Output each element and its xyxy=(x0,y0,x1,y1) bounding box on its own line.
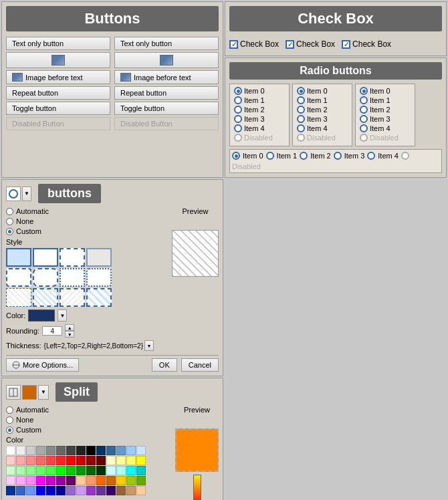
style-btn-hatch-b[interactable] xyxy=(33,288,58,307)
color-cell[interactable] xyxy=(6,476,15,485)
color-cell[interactable] xyxy=(26,446,35,455)
split-icon-button[interactable] xyxy=(6,385,21,400)
radio-btn-g1-3[interactable] xyxy=(234,115,242,123)
buttons2-icon-button[interactable] xyxy=(6,186,21,201)
color-cell[interactable] xyxy=(116,456,126,465)
radio-btn-g1-0[interactable] xyxy=(234,87,242,95)
color-cell[interactable] xyxy=(136,446,146,455)
radio-h-4[interactable] xyxy=(367,152,375,160)
split-color-swatch[interactable] xyxy=(22,385,37,400)
radio-h-2[interactable] xyxy=(300,152,308,160)
color-cell[interactable] xyxy=(76,486,86,495)
color-cell[interactable] xyxy=(76,456,86,465)
color-orange[interactable] xyxy=(96,476,106,485)
toggle-button-1[interactable]: Toggle button xyxy=(6,102,110,115)
radio-h-0[interactable] xyxy=(232,152,240,160)
color-cyan[interactable] xyxy=(126,466,136,475)
color-cell[interactable] xyxy=(66,466,76,475)
radio-btn-g2-1[interactable] xyxy=(297,96,305,104)
checkbox-2[interactable] xyxy=(286,40,294,49)
color-cell[interactable] xyxy=(46,466,55,475)
color-cell[interactable] xyxy=(116,486,126,495)
btn2-auto-option[interactable]: Automatic xyxy=(6,207,168,215)
color-cell[interactable] xyxy=(16,476,25,485)
thickness-dropdown-btn[interactable]: ▼ xyxy=(144,340,154,351)
checkbox-3[interactable] xyxy=(342,40,350,49)
split-none-radio[interactable] xyxy=(6,416,13,424)
color-cell[interactable] xyxy=(106,486,116,495)
checkbox-item-1[interactable]: Check Box xyxy=(229,39,279,49)
checkbox-item-2[interactable]: Check Box xyxy=(286,39,335,49)
radio-btn-g2-0[interactable] xyxy=(297,87,305,95)
color-cell[interactable] xyxy=(86,456,96,465)
color-white[interactable] xyxy=(6,446,15,455)
image-before-text-1[interactable]: Image before text xyxy=(6,70,110,84)
color-cell[interactable] xyxy=(56,486,66,495)
radio-item-g3-4[interactable]: Item 4 xyxy=(360,124,411,132)
toggle-button-2[interactable]: Toggle button xyxy=(114,102,219,115)
style-btn-dashed-rr[interactable] xyxy=(33,268,58,287)
color-cell[interactable] xyxy=(116,476,126,485)
radio-item-g1-2[interactable]: Item 2 xyxy=(234,106,285,114)
color-cell[interactable] xyxy=(36,446,45,455)
repeat-button-2[interactable]: Repeat button xyxy=(114,86,219,100)
color-cell[interactable] xyxy=(126,476,136,485)
color-cell[interactable] xyxy=(96,486,106,495)
color-cell[interactable] xyxy=(126,486,136,495)
split-custom-option[interactable]: Custom xyxy=(6,426,171,434)
split-auto-option[interactable]: Automatic xyxy=(6,406,171,414)
color-cell[interactable] xyxy=(26,466,35,475)
btn2-none-option[interactable]: None xyxy=(6,217,168,225)
color-yellow[interactable] xyxy=(136,456,146,465)
radio-btn-g2-3[interactable] xyxy=(297,115,305,123)
color-cell[interactable] xyxy=(26,456,35,465)
radio-item-g3-1[interactable]: Item 1 xyxy=(360,96,411,104)
rounding-up-btn[interactable]: ▲ xyxy=(65,324,74,331)
style-btn-outline[interactable] xyxy=(33,248,58,267)
rounding-input[interactable] xyxy=(42,326,62,336)
radio-item-g3-3[interactable]: Item 3 xyxy=(360,115,411,123)
btn2-custom-radio[interactable] xyxy=(6,228,13,235)
color-cell[interactable] xyxy=(76,466,86,475)
color-cell[interactable] xyxy=(6,466,15,475)
btn2-custom-option[interactable]: Custom xyxy=(6,227,168,235)
color-cell[interactable] xyxy=(86,486,96,495)
color-cell[interactable] xyxy=(26,476,35,485)
color-cell[interactable] xyxy=(106,456,116,465)
color-red[interactable] xyxy=(66,456,76,465)
text-only-button-2[interactable]: Text only button xyxy=(114,37,219,50)
color-cell[interactable] xyxy=(66,476,76,485)
color-cell[interactable] xyxy=(106,466,116,475)
color-blue[interactable] xyxy=(36,486,45,495)
radio-h-1[interactable] xyxy=(266,152,274,160)
color-cell[interactable] xyxy=(86,476,96,485)
color-cell[interactable] xyxy=(36,466,45,475)
color-cell[interactable] xyxy=(56,476,66,485)
checkbox-item-3[interactable]: Check Box xyxy=(342,39,391,49)
style-btn-dotted[interactable] xyxy=(60,268,85,287)
color-cell[interactable] xyxy=(96,466,106,475)
color-cell[interactable] xyxy=(106,446,116,455)
color-cell[interactable] xyxy=(26,486,35,495)
color-cell[interactable] xyxy=(76,476,86,485)
btn2-auto-radio[interactable] xyxy=(6,208,13,215)
color-green[interactable] xyxy=(56,466,66,475)
color-dropdown-btn[interactable]: ▼ xyxy=(58,309,67,322)
checkbox-1[interactable] xyxy=(229,40,238,49)
color-cell[interactable] xyxy=(66,486,76,495)
color-cell[interactable] xyxy=(116,466,126,475)
color-cell[interactable] xyxy=(6,456,15,465)
radio-btn-g1-4[interactable] xyxy=(234,124,242,132)
radio-item-g2-2[interactable]: Item 2 xyxy=(297,106,348,114)
color-cell[interactable] xyxy=(126,456,136,465)
radio-item-g2-4[interactable]: Item 4 xyxy=(297,124,348,132)
style-btn-dashed-r[interactable] xyxy=(6,268,31,287)
style-btn-dashed[interactable] xyxy=(60,248,85,267)
buttons2-cancel-button[interactable]: Cancel xyxy=(181,358,219,372)
color-cell[interactable] xyxy=(36,456,45,465)
color-cell[interactable] xyxy=(46,446,55,455)
radio-btn-g3-4[interactable] xyxy=(360,124,368,132)
radio-item-g1-4[interactable]: Item 4 xyxy=(234,124,285,132)
style-btn-filled[interactable] xyxy=(6,248,31,267)
radio-item-g1-0[interactable]: Item 0 xyxy=(234,87,285,95)
